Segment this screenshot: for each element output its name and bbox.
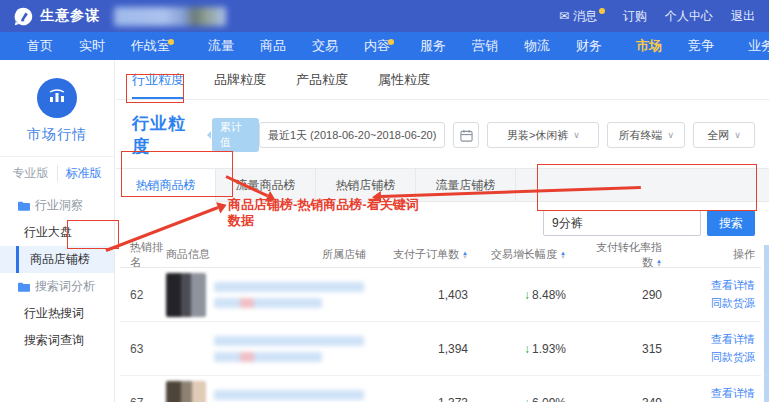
ranking-subtabs: 热销商品榜 流量商品榜 热销店铺榜 流量店铺榜 <box>116 168 769 202</box>
tab-product-granularity[interactable]: 产品粒度 <box>296 71 348 99</box>
view-detail-link[interactable]: 查看详情 <box>711 278 755 293</box>
chevron-down-icon: ∨ <box>573 130 580 140</box>
rank-value: 63 <box>120 342 166 356</box>
search-button[interactable]: 搜索 <box>707 210 755 236</box>
tab-attribute-granularity[interactable]: 属性粒度 <box>378 71 430 99</box>
edition-tab-standard[interactable]: 标准版 <box>57 165 110 182</box>
same-source-link[interactable]: 同款货源 <box>711 296 755 311</box>
table-row: 63 1,394 ↓1.93% 315 查看详情同款货源 <box>120 322 761 376</box>
message-icon: ✉ <box>559 9 569 23</box>
subtab-hot-goods[interactable]: 热销商品榜 <box>116 169 216 202</box>
growth-value: ↓8.48% <box>482 288 586 302</box>
col-rank: 热销排名 <box>120 240 166 270</box>
orders-value: 1,373 <box>390 396 482 402</box>
sidebar-item-industry-overview[interactable]: 行业大盘 <box>0 219 114 246</box>
keyword-search-input[interactable] <box>543 210 701 236</box>
blurred-product-image <box>166 327 206 371</box>
sidebar-item-search-analysis[interactable]: 搜索词分析 <box>0 273 114 300</box>
orders-value: 1,403 <box>390 288 482 302</box>
date-range-picker[interactable]: 最近1天 (2018-06-20~2018-06-20) <box>259 122 445 148</box>
down-arrow-icon: ↓ <box>524 396 530 402</box>
rank-value: 67 <box>120 396 166 402</box>
nav-item-competition[interactable]: 竞争 <box>675 37 727 55</box>
growth-value: ↓1.93% <box>482 342 586 356</box>
topbar: 生意参谋 ✉ 消息 订购 个人中心 退出 <box>0 0 769 32</box>
nav-item-bizzone[interactable]: 业务专区 <box>735 37 769 55</box>
subtab-traffic-goods[interactable]: 流量商品榜 <box>216 169 316 201</box>
folder-icon <box>18 282 30 292</box>
tab-industry-granularity[interactable]: 行业粒度 <box>132 71 184 99</box>
blurred-shop-name <box>114 7 226 26</box>
edition-tab-pro[interactable]: 专业版 <box>5 165 57 182</box>
down-arrow-icon: ↓ <box>524 288 530 302</box>
table-row: 67 1,373 ↓6.09% 349 查看详情同款货源 <box>120 376 761 402</box>
personal-center-button[interactable]: 个人中心 <box>665 8 713 25</box>
ranking-table: 热销排名 商品信息 所属店铺 支付子订单数▲▼ 交易增长幅度▲▼ 支付转化率指数… <box>116 242 769 402</box>
notification-dot <box>388 39 394 45</box>
chevron-down-icon: ∨ <box>734 130 741 140</box>
sort-icon: ▲▼ <box>462 251 468 259</box>
nav-item-content[interactable]: 内容 <box>351 37 407 55</box>
sidebar-item-goods-shop-ranking[interactable]: 商品店铺榜 <box>0 246 114 273</box>
conversion-value: 315 <box>586 342 690 356</box>
calendar-icon <box>460 129 473 142</box>
nav-item-warroom[interactable]: 作战室 <box>118 37 187 55</box>
sidebar-title: 市场行情 <box>0 126 114 144</box>
same-source-link[interactable]: 同款货源 <box>711 350 755 365</box>
page-title: 行业粒度 <box>132 112 200 158</box>
nav-item-goods[interactable]: 商品 <box>247 37 299 55</box>
category-dropdown[interactable]: 男装>休闲裤 ∨ <box>487 122 599 148</box>
sidebar: 市场行情 专业版 标准版 行业洞察 行业大盘 商品店铺榜 搜索词分析 行业热搜词… <box>0 60 115 402</box>
brand-logo-icon <box>14 7 33 26</box>
blurred-product-title <box>214 390 364 400</box>
nav-item-home[interactable]: 首页 <box>14 37 66 55</box>
market-module-icon <box>37 78 77 118</box>
growth-value: ↓6.09% <box>482 396 586 402</box>
calendar-button[interactable] <box>453 122 479 148</box>
blurred-product-image <box>166 381 206 402</box>
col-growth[interactable]: 交易增长幅度▲▼ <box>482 247 586 262</box>
app-window: 生意参谋 ✉ 消息 订购 个人中心 退出 首页 实时 作战室 流量 商品 交易 … <box>0 0 769 402</box>
scroll-strip[interactable] <box>764 245 769 402</box>
nav-item-traffic[interactable]: 流量 <box>195 37 247 55</box>
view-detail-link[interactable]: 查看详情 <box>711 386 755 401</box>
orders-value: 1,394 <box>390 342 482 356</box>
network-dropdown[interactable]: 全网 ∨ <box>693 122 755 148</box>
nav-item-service[interactable]: 服务 <box>407 37 459 55</box>
granularity-tabs: 行业粒度 品牌粒度 产品粒度 属性粒度 <box>116 60 769 100</box>
nav-item-finance[interactable]: 财务 <box>563 37 615 55</box>
notification-dot <box>599 8 605 14</box>
conversion-value: 349 <box>586 396 690 402</box>
folder-icon <box>18 201 30 211</box>
nav-item-trade[interactable]: 交易 <box>299 37 351 55</box>
nav-item-market[interactable]: 市场 <box>623 37 675 55</box>
tab-brand-granularity[interactable]: 品牌粒度 <box>214 71 266 99</box>
blurred-product-title <box>214 352 322 362</box>
sidebar-item-industry-insight[interactable]: 行业洞察 <box>0 192 114 219</box>
col-conversion[interactable]: 支付转化率指数▲▼ <box>586 240 690 270</box>
logout-button[interactable]: 退出 <box>731 8 755 25</box>
sidebar-item-search-word-query[interactable]: 搜索词查询 <box>0 327 114 354</box>
brand-name: 生意参谋 <box>40 7 100 25</box>
view-detail-link[interactable]: 查看详情 <box>711 332 755 347</box>
table-header-row: 热销排名 商品信息 所属店铺 支付子订单数▲▼ 交易增长幅度▲▼ 支付转化率指数… <box>120 242 761 268</box>
subscribe-button[interactable]: 订购 <box>623 8 647 25</box>
main-content: 行业粒度 品牌粒度 产品粒度 属性粒度 行业粒度 累计值 最近1天 (2018-… <box>116 60 769 402</box>
nav-item-marketing[interactable]: 营销 <box>459 37 511 55</box>
rank-value: 62 <box>120 288 166 302</box>
blurred-product-title <box>214 282 364 292</box>
conversion-value: 290 <box>586 288 690 302</box>
sort-icon: ▲▼ <box>656 259 662 267</box>
chevron-down-icon: ∨ <box>667 130 674 140</box>
subtab-traffic-shops[interactable]: 流量店铺榜 <box>416 169 516 201</box>
col-product: 商品信息 <box>166 247 298 262</box>
subtab-hot-shops[interactable]: 热销店铺榜 <box>316 169 416 201</box>
sidebar-item-hot-search-words[interactable]: 行业热搜词 <box>0 300 114 327</box>
terminal-dropdown[interactable]: 所有终端 ∨ <box>607 122 685 148</box>
messages-button[interactable]: ✉ 消息 <box>559 8 605 25</box>
nav-item-logistics[interactable]: 物流 <box>511 37 563 55</box>
col-orders[interactable]: 支付子订单数▲▼ <box>390 247 482 262</box>
blurred-product-image <box>166 273 206 317</box>
blurred-product-title <box>214 298 322 308</box>
nav-item-realtime[interactable]: 实时 <box>66 37 118 55</box>
